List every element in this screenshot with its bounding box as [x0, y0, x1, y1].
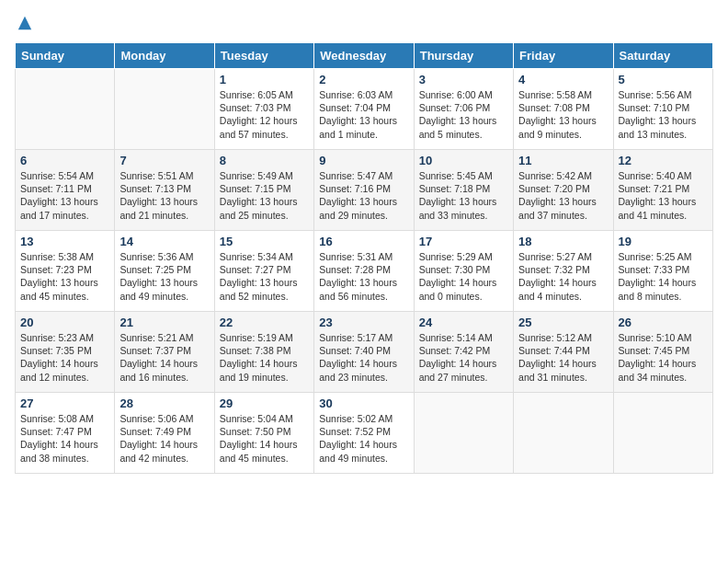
- calendar-cell: 11Sunrise: 5:42 AM Sunset: 7:20 PM Dayli…: [514, 150, 613, 231]
- svg-marker-0: [18, 17, 31, 29]
- day-number: 15: [220, 235, 309, 248]
- cell-content: Sunrise: 5:02 AM Sunset: 7:52 PM Dayligh…: [319, 412, 408, 465]
- cell-content: Sunrise: 5:36 AM Sunset: 7:25 PM Dayligh…: [119, 250, 209, 303]
- calendar-cell: 7Sunrise: 5:51 AM Sunset: 7:13 PM Daylig…: [115, 150, 214, 231]
- cell-content: Sunrise: 5:31 AM Sunset: 7:28 PM Dayligh…: [319, 250, 408, 303]
- calendar-cell: 9Sunrise: 5:47 AM Sunset: 7:16 PM Daylig…: [314, 150, 414, 231]
- calendar-cell: 28Sunrise: 5:06 AM Sunset: 7:49 PM Dayli…: [115, 393, 214, 474]
- cell-content: Sunrise: 5:06 AM Sunset: 7:49 PM Dayligh…: [119, 412, 209, 465]
- cell-content: Sunrise: 5:38 AM Sunset: 7:23 PM Dayligh…: [20, 250, 109, 303]
- day-header-friday: Friday: [514, 43, 613, 69]
- day-header-monday: Monday: [115, 43, 214, 69]
- cell-content: Sunrise: 6:03 AM Sunset: 7:04 PM Dayligh…: [319, 88, 408, 141]
- day-number: 3: [419, 73, 508, 86]
- calendar-cell: 30Sunrise: 5:02 AM Sunset: 7:52 PM Dayli…: [314, 393, 414, 474]
- day-header-wednesday: Wednesday: [314, 43, 414, 69]
- day-number: 21: [119, 316, 209, 329]
- day-number: 27: [20, 396, 109, 410]
- logo: [15, 15, 33, 31]
- calendar-cell: 25Sunrise: 5:12 AM Sunset: 7:44 PM Dayli…: [514, 312, 613, 393]
- day-number: 30: [319, 396, 408, 410]
- day-header-saturday: Saturday: [613, 43, 712, 69]
- day-number: 13: [20, 235, 109, 248]
- day-number: 9: [319, 154, 408, 167]
- calendar-cell: 24Sunrise: 5:14 AM Sunset: 7:42 PM Dayli…: [414, 312, 513, 393]
- day-number: 10: [419, 154, 508, 167]
- calendar-cell: [514, 393, 613, 474]
- day-number: 17: [419, 235, 508, 248]
- calendar-cell: 22Sunrise: 5:19 AM Sunset: 7:38 PM Dayli…: [214, 312, 313, 393]
- day-number: 24: [419, 316, 508, 329]
- calendar-cell: [613, 393, 712, 474]
- cell-content: Sunrise: 5:42 AM Sunset: 7:20 PM Dayligh…: [518, 169, 608, 222]
- day-number: 7: [119, 154, 209, 167]
- cell-content: Sunrise: 5:12 AM Sunset: 7:44 PM Dayligh…: [518, 331, 608, 384]
- calendar-cell: 15Sunrise: 5:34 AM Sunset: 7:27 PM Dayli…: [214, 231, 313, 312]
- calendar-cell: 21Sunrise: 5:21 AM Sunset: 7:37 PM Dayli…: [115, 312, 214, 393]
- calendar-cell: 20Sunrise: 5:23 AM Sunset: 7:35 PM Dayli…: [16, 312, 115, 393]
- calendar-header: SundayMondayTuesdayWednesdayThursdayFrid…: [16, 43, 713, 69]
- calendar-cell: 18Sunrise: 5:27 AM Sunset: 7:32 PM Dayli…: [514, 231, 613, 312]
- calendar-cell: 17Sunrise: 5:29 AM Sunset: 7:30 PM Dayli…: [414, 231, 513, 312]
- day-number: 28: [119, 396, 209, 410]
- day-header-sunday: Sunday: [16, 43, 115, 69]
- day-header-thursday: Thursday: [414, 43, 513, 69]
- cell-content: Sunrise: 5:08 AM Sunset: 7:47 PM Dayligh…: [20, 412, 109, 465]
- cell-content: Sunrise: 5:25 AM Sunset: 7:33 PM Dayligh…: [619, 250, 708, 303]
- calendar-cell: 23Sunrise: 5:17 AM Sunset: 7:40 PM Dayli…: [314, 312, 414, 393]
- calendar-cell: [115, 69, 214, 150]
- day-number: 12: [619, 154, 708, 167]
- day-header-tuesday: Tuesday: [214, 43, 313, 69]
- day-number: 25: [518, 316, 608, 329]
- day-number: 22: [220, 316, 309, 329]
- calendar-cell: 5Sunrise: 5:56 AM Sunset: 7:10 PM Daylig…: [613, 69, 712, 150]
- cell-content: Sunrise: 5:19 AM Sunset: 7:38 PM Dayligh…: [220, 331, 309, 384]
- calendar-cell: 6Sunrise: 5:54 AM Sunset: 7:11 PM Daylig…: [16, 150, 115, 231]
- cell-content: Sunrise: 5:54 AM Sunset: 7:11 PM Dayligh…: [20, 169, 109, 222]
- cell-content: Sunrise: 5:29 AM Sunset: 7:30 PM Dayligh…: [419, 250, 508, 303]
- page-header: [15, 15, 713, 31]
- day-number: 5: [619, 73, 708, 86]
- week-row-4: 20Sunrise: 5:23 AM Sunset: 7:35 PM Dayli…: [16, 312, 713, 393]
- calendar-cell: 13Sunrise: 5:38 AM Sunset: 7:23 PM Dayli…: [16, 231, 115, 312]
- calendar-cell: 27Sunrise: 5:08 AM Sunset: 7:47 PM Dayli…: [16, 393, 115, 474]
- cell-content: Sunrise: 5:47 AM Sunset: 7:16 PM Dayligh…: [319, 169, 408, 222]
- cell-content: Sunrise: 6:05 AM Sunset: 7:03 PM Dayligh…: [220, 88, 309, 141]
- day-number: 20: [20, 316, 109, 329]
- cell-content: Sunrise: 5:14 AM Sunset: 7:42 PM Dayligh…: [419, 331, 508, 384]
- cell-content: Sunrise: 5:10 AM Sunset: 7:45 PM Dayligh…: [619, 331, 708, 384]
- week-row-5: 27Sunrise: 5:08 AM Sunset: 7:47 PM Dayli…: [16, 393, 713, 474]
- day-number: 19: [619, 235, 708, 248]
- week-row-2: 6Sunrise: 5:54 AM Sunset: 7:11 PM Daylig…: [16, 150, 713, 231]
- header-row: SundayMondayTuesdayWednesdayThursdayFrid…: [16, 43, 713, 69]
- cell-content: Sunrise: 5:17 AM Sunset: 7:40 PM Dayligh…: [319, 331, 408, 384]
- calendar-cell: 1Sunrise: 6:05 AM Sunset: 7:03 PM Daylig…: [214, 69, 313, 150]
- calendar-cell: 10Sunrise: 5:45 AM Sunset: 7:18 PM Dayli…: [414, 150, 513, 231]
- calendar-cell: 29Sunrise: 5:04 AM Sunset: 7:50 PM Dayli…: [214, 393, 313, 474]
- cell-content: Sunrise: 6:00 AM Sunset: 7:06 PM Dayligh…: [419, 88, 508, 141]
- calendar-cell: 12Sunrise: 5:40 AM Sunset: 7:21 PM Dayli…: [613, 150, 712, 231]
- day-number: 11: [518, 154, 608, 167]
- cell-content: Sunrise: 5:58 AM Sunset: 7:08 PM Dayligh…: [518, 88, 608, 141]
- calendar-body: 1Sunrise: 6:05 AM Sunset: 7:03 PM Daylig…: [16, 69, 713, 474]
- cell-content: Sunrise: 5:49 AM Sunset: 7:15 PM Dayligh…: [220, 169, 309, 222]
- week-row-1: 1Sunrise: 6:05 AM Sunset: 7:03 PM Daylig…: [16, 69, 713, 150]
- calendar-cell: 26Sunrise: 5:10 AM Sunset: 7:45 PM Dayli…: [613, 312, 712, 393]
- calendar-cell: 4Sunrise: 5:58 AM Sunset: 7:08 PM Daylig…: [514, 69, 613, 150]
- day-number: 2: [319, 73, 408, 86]
- day-number: 6: [20, 154, 109, 167]
- week-row-3: 13Sunrise: 5:38 AM Sunset: 7:23 PM Dayli…: [16, 231, 713, 312]
- logo-icon: [17, 15, 33, 31]
- cell-content: Sunrise: 5:34 AM Sunset: 7:27 PM Dayligh…: [220, 250, 309, 303]
- cell-content: Sunrise: 5:51 AM Sunset: 7:13 PM Dayligh…: [119, 169, 209, 222]
- cell-content: Sunrise: 5:56 AM Sunset: 7:10 PM Dayligh…: [619, 88, 708, 141]
- calendar-cell: 14Sunrise: 5:36 AM Sunset: 7:25 PM Dayli…: [115, 231, 214, 312]
- calendar-cell: 19Sunrise: 5:25 AM Sunset: 7:33 PM Dayli…: [613, 231, 712, 312]
- calendar-cell: [414, 393, 513, 474]
- calendar-cell: 8Sunrise: 5:49 AM Sunset: 7:15 PM Daylig…: [214, 150, 313, 231]
- calendar-cell: 16Sunrise: 5:31 AM Sunset: 7:28 PM Dayli…: [314, 231, 414, 312]
- day-number: 8: [220, 154, 309, 167]
- day-number: 4: [518, 73, 608, 86]
- day-number: 1: [220, 73, 309, 86]
- cell-content: Sunrise: 5:27 AM Sunset: 7:32 PM Dayligh…: [518, 250, 608, 303]
